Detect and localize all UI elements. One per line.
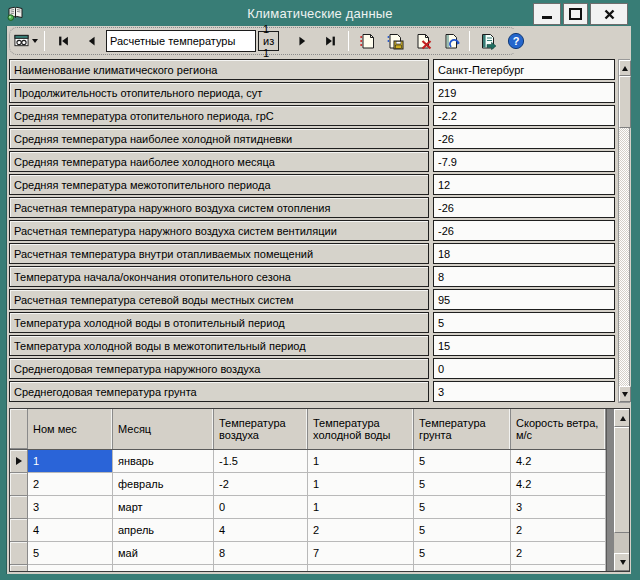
field-value[interactable]: 8	[433, 266, 615, 287]
table-cell[interactable]: 2	[308, 519, 414, 542]
table-cell[interactable]: 5	[414, 542, 511, 565]
header-selector-cell	[10, 409, 28, 449]
column-header[interactable]: Ном мес	[28, 409, 113, 449]
table-cell[interactable]: 4.2	[511, 473, 606, 496]
field-value[interactable]: 3	[433, 381, 615, 402]
field-value[interactable]: -26	[433, 220, 615, 241]
field-label: Средняя температура межотопительного пер…	[9, 174, 429, 195]
first-record-button[interactable]	[50, 29, 76, 53]
save-record-button[interactable]	[382, 29, 408, 53]
scroll-up-button[interactable]	[614, 409, 630, 427]
table-cell[interactable]: 7	[308, 542, 414, 565]
field-value[interactable]: Санкт-Петербург	[433, 59, 615, 80]
field-value[interactable]: 0	[433, 358, 615, 379]
table-cell[interactable]: январь	[113, 450, 214, 473]
table-scrollbar[interactable]	[614, 409, 630, 571]
new-record-button[interactable]	[354, 29, 380, 53]
table-cell[interactable]: апрель	[113, 519, 214, 542]
field-value[interactable]: 95	[433, 289, 615, 310]
help-button[interactable]: ?	[503, 29, 529, 53]
form-row: Наименование климатического региона Санк…	[9, 59, 629, 80]
table-cell[interactable]: март	[113, 496, 214, 519]
scrollbar-thumb[interactable]	[619, 76, 631, 128]
row-selector[interactable]	[10, 450, 28, 473]
previous-record-button[interactable]	[78, 29, 104, 53]
table-cell[interactable]	[308, 565, 414, 571]
table-cell[interactable]: 2	[511, 519, 606, 542]
table-cell[interactable]: 5	[414, 496, 511, 519]
table-cell[interactable]	[511, 565, 606, 571]
scroll-down-button[interactable]	[619, 386, 631, 402]
form-row: Температура холодной воды в отопительный…	[9, 312, 629, 333]
field-value[interactable]: 15	[433, 335, 615, 356]
scrollbar-thumb[interactable]	[614, 427, 630, 533]
next-record-button[interactable]	[289, 29, 315, 53]
row-selector[interactable]	[10, 565, 28, 571]
scroll-down-button[interactable]	[614, 553, 630, 571]
field-value[interactable]: -2.2	[433, 105, 615, 126]
table-cell[interactable]: 5	[28, 542, 113, 565]
column-header[interactable]: Температура грунта	[414, 409, 511, 449]
row-selector[interactable]	[10, 473, 28, 496]
table-cell[interactable]: 2	[511, 542, 606, 565]
field-value[interactable]: 5	[433, 312, 615, 333]
table-cell[interactable]: 3	[511, 496, 606, 519]
scroll-up-button[interactable]	[619, 60, 631, 76]
table-cell[interactable]: 3	[28, 496, 113, 519]
table-cell[interactable]: февраль	[113, 473, 214, 496]
chevron-down-icon	[32, 39, 38, 43]
export-record-button[interactable]	[475, 29, 501, 53]
row-selector[interactable]	[10, 496, 28, 519]
new-record-icon	[359, 33, 376, 50]
table-cell[interactable]: 1	[308, 496, 414, 519]
column-header[interactable]: Температура воздуха	[214, 409, 308, 449]
table-cell[interactable]: 0	[214, 496, 308, 519]
field-value[interactable]: 219	[433, 82, 615, 103]
field-value[interactable]: -26	[433, 197, 615, 218]
table-cell[interactable]	[28, 565, 113, 571]
table-cell[interactable]	[113, 565, 214, 571]
record-type-input[interactable]	[106, 30, 256, 52]
toolbar-separator	[348, 31, 349, 51]
table-cell[interactable]: 5	[414, 519, 511, 542]
last-record-button[interactable]	[317, 29, 343, 53]
table-cell[interactable]: 4	[214, 519, 308, 542]
table-cell[interactable]: 8	[214, 542, 308, 565]
field-value[interactable]: 18	[433, 243, 615, 264]
table-cell[interactable]: 5	[414, 450, 511, 473]
table-cell[interactable]: 2	[28, 473, 113, 496]
table-cell[interactable]: 5	[414, 473, 511, 496]
minimize-button[interactable]	[533, 3, 561, 25]
row-selector[interactable]	[10, 542, 28, 565]
form-row: Расчетная температура внутри отапливаемы…	[9, 243, 629, 264]
table-cell[interactable]: 4.2	[511, 450, 606, 473]
table-cell[interactable]	[214, 565, 308, 571]
undo-record-button[interactable]	[438, 29, 464, 53]
field-value[interactable]: 12	[433, 174, 615, 195]
form-scrollbar[interactable]	[618, 59, 630, 403]
row-selector[interactable]	[10, 519, 28, 542]
column-header[interactable]: Температура холодной воды	[308, 409, 414, 449]
column-header[interactable]: Скорость ветра, м/с	[511, 409, 606, 449]
table-cell[interactable]: 1	[308, 450, 414, 473]
column-header[interactable]: Месяц	[113, 409, 214, 449]
field-value[interactable]: -7.9	[433, 151, 615, 172]
table-cell[interactable]	[414, 565, 511, 571]
view-selector-button[interactable]	[13, 29, 39, 53]
maximize-icon	[569, 8, 582, 20]
view-selector-icon	[14, 33, 29, 49]
delete-record-icon	[415, 33, 432, 50]
close-icon	[604, 9, 615, 20]
delete-record-button[interactable]	[410, 29, 436, 53]
form-row: Средняя температура отопительного период…	[9, 105, 629, 126]
next-record-icon	[295, 34, 310, 48]
maximize-button[interactable]	[563, 3, 588, 25]
close-button[interactable]	[590, 3, 628, 25]
table-cell[interactable]: -2	[214, 473, 308, 496]
table-cell[interactable]: 4	[28, 519, 113, 542]
table-cell[interactable]: май	[113, 542, 214, 565]
field-value[interactable]: -26	[433, 128, 615, 149]
table-cell[interactable]: 1	[308, 473, 414, 496]
table-cell[interactable]: -1.5	[214, 450, 308, 473]
table-cell[interactable]: 1	[28, 450, 113, 473]
